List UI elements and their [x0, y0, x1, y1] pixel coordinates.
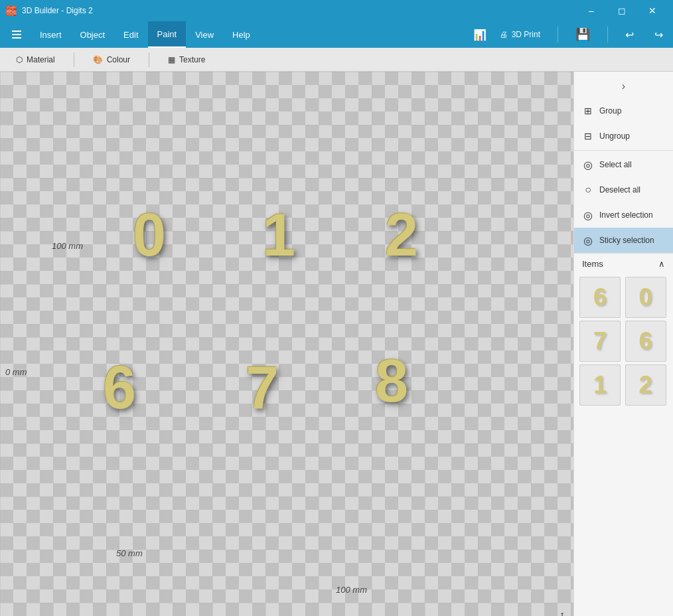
colour-icon: 🎨 — [93, 55, 103, 64]
item-thumb-6b[interactable]: 6 — [625, 321, 666, 362]
items-label: Items — [582, 259, 603, 269]
hamburger-icon — [12, 31, 21, 38]
toolbar-separator — [558, 27, 558, 42]
redo-button[interactable]: ↪ — [646, 23, 670, 46]
grid-overlay — [0, 72, 573, 616]
menu-insert[interactable]: Insert — [31, 21, 71, 48]
undo-button[interactable]: ↩ — [617, 23, 641, 46]
select-all-icon: ◎ — [582, 159, 594, 171]
menu-paint[interactable]: Paint — [148, 21, 187, 48]
texture-icon: ▦ — [168, 55, 175, 64]
sub-separator-2 — [149, 52, 149, 67]
chart-icon: 📊 — [473, 29, 486, 41]
print-icon: 🖨 — [500, 30, 508, 39]
window-title: 3D Builder - Digits 2 — [22, 6, 93, 15]
colour-button[interactable]: 🎨 Colour — [85, 49, 138, 70]
close-button[interactable]: ✕ — [637, 0, 668, 21]
sticky-selection-icon: ◎ — [582, 234, 594, 246]
sub-separator-1 — [74, 52, 74, 67]
item-thumb-0[interactable]: 0 — [625, 277, 666, 318]
minimize-button[interactable]: – — [576, 0, 607, 21]
save-icon[interactable]: 💾 — [567, 23, 598, 46]
menu-object[interactable]: Object — [71, 21, 115, 48]
menubar-right: 📊 🖨 3D Print 💾 ↩ ↪ — [473, 23, 670, 46]
panel-toggle-button[interactable]: › — [615, 77, 633, 96]
item-thumb-7[interactable]: 7 — [579, 321, 621, 362]
main-area: 100 mm 0 mm 50 mm 100 mm 1 0 1 2 6 7 8 ›… — [0, 72, 673, 616]
group-button[interactable]: ⊞ Group — [574, 98, 673, 123]
item-thumb-2[interactable]: 2 — [625, 364, 666, 406]
deselect-all-button[interactable]: ○ Deselect all — [574, 177, 673, 202]
app-icon: 🧱 — [5, 5, 17, 16]
material-icon: ⬡ — [16, 55, 23, 64]
subtoolbar: ⬡ Material 🎨 Colour ▦ Texture — [0, 48, 673, 72]
hamburger-menu[interactable] — [3, 21, 31, 48]
items-grid: 6 0 7 6 1 2 — [574, 274, 673, 408]
panel-divider-1 — [574, 150, 673, 151]
group-icon: ⊞ — [582, 105, 594, 117]
restore-button[interactable]: ◻ — [607, 0, 637, 21]
texture-button[interactable]: ▦ Texture — [160, 49, 213, 70]
ungroup-icon: ⊟ — [582, 130, 594, 142]
invert-selection-icon: ◎ — [582, 209, 594, 221]
menu-edit[interactable]: Edit — [114, 21, 147, 48]
titlebar-controls: – ◻ ✕ — [576, 0, 668, 21]
sticky-selection-button[interactable]: ◎ Sticky selection — [574, 228, 673, 253]
viewport[interactable]: 100 mm 0 mm 50 mm 100 mm 1 0 1 2 6 7 8 — [0, 72, 573, 616]
toolbar-separator-2 — [607, 27, 608, 42]
titlebar-left: 🧱 3D Builder - Digits 2 — [5, 5, 93, 16]
deselect-all-icon: ○ — [582, 184, 594, 196]
material-button[interactable]: ⬡ Material — [8, 49, 63, 70]
menu-view[interactable]: View — [186, 21, 223, 48]
items-collapse-icon[interactable]: ∧ — [658, 259, 665, 269]
titlebar: 🧱 3D Builder - Digits 2 – ◻ ✕ — [0, 0, 673, 21]
3d-print-button[interactable]: 🖨 3D Print — [492, 23, 548, 46]
item-thumb-6a[interactable]: 6 — [579, 277, 621, 318]
menu-help[interactable]: Help — [223, 21, 260, 48]
select-all-button[interactable]: ◎ Select all — [574, 152, 673, 177]
right-panel: › ⊞ Group ⊟ Ungroup ◎ Select all ○ Desel… — [573, 72, 673, 616]
menubar: Insert Object Edit Paint View Help 📊 🖨 3… — [0, 21, 673, 48]
invert-selection-button[interactable]: ◎ Invert selection — [574, 202, 673, 228]
item-thumb-1[interactable]: 1 — [579, 364, 621, 406]
items-header: Items ∧ — [574, 253, 673, 274]
ungroup-button[interactable]: ⊟ Ungroup — [574, 123, 673, 149]
